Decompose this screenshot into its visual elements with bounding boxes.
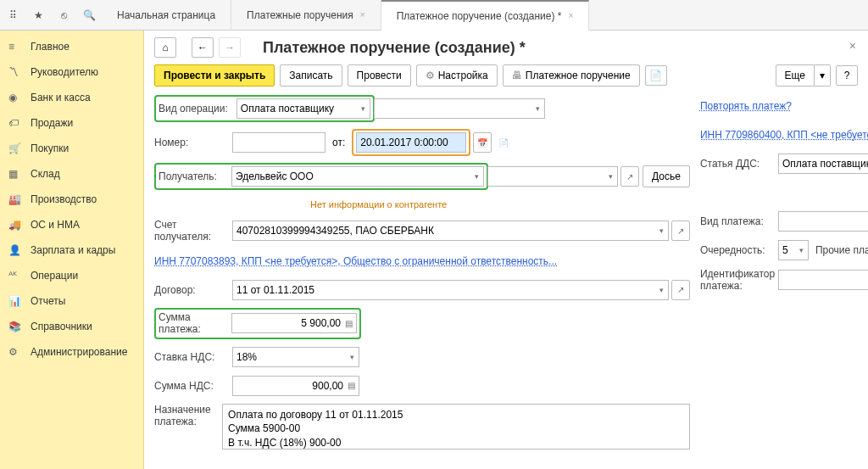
repeat-link[interactable]: Повторять платеж? [700, 100, 792, 112]
payid-label: Идентификатор платежа: [700, 268, 778, 293]
op-type-select[interactable]: Оплата поставщику [236, 98, 370, 119]
box-icon: ▦ [8, 168, 24, 180]
priority-input[interactable]: 5 [778, 240, 809, 260]
payid-input[interactable] [778, 270, 868, 290]
gear-icon: ⚙ [426, 70, 435, 81]
sidebar-item-manager[interactable]: 〽Руководителю [0, 59, 143, 85]
truck-icon: 🚚 [8, 219, 24, 231]
attach-button[interactable]: 📄 [645, 65, 667, 86]
star-icon[interactable]: ★ [25, 0, 51, 31]
date-label: от: [332, 137, 345, 148]
ops-icon: ᴬᴷ [8, 270, 24, 282]
menu-icon: ≡ [8, 41, 24, 53]
search-icon[interactable]: 🔍 [76, 0, 102, 31]
calendar-button[interactable]: 📅 [473, 132, 492, 153]
purpose-label: Назначение платежа: [154, 404, 222, 428]
recipient-label: Получатель: [159, 170, 228, 182]
chart-icon: 〽 [8, 66, 24, 78]
post-button[interactable]: Провести [348, 64, 411, 87]
sidebar-item-sales[interactable]: 🏷Продажи [0, 110, 143, 136]
sidebar-item-main[interactable]: ≡Главное [0, 34, 143, 59]
number-label: Номер: [154, 137, 232, 148]
priority-desc: Прочие платежи (в т.ч. налоги и вз... [815, 244, 868, 256]
dossier-button[interactable]: Досье [643, 165, 690, 187]
op-type-label: Вид операции: [159, 103, 233, 114]
user-icon: 👤 [8, 244, 24, 256]
help-button[interactable]: ? [836, 65, 858, 86]
tag-icon: 🏷 [8, 117, 24, 129]
tab-payments[interactable]: Платежные поручения× [231, 0, 381, 31]
sidebar-item-operations[interactable]: ᴬᴷОперации [0, 263, 143, 288]
more-dropdown[interactable]: ▾ [815, 64, 831, 87]
topbar: ⠿ ★ ⎋ 🔍 Начальная страница Платежные пор… [0, 0, 868, 31]
close-button[interactable]: × [849, 39, 856, 53]
back-button[interactable]: ← [192, 37, 214, 58]
toolbar: Провести и закрыть Записать Провести ⚙На… [154, 64, 858, 87]
close-icon[interactable]: × [360, 10, 365, 20]
vat-rate-label: Ставка НДС: [154, 351, 232, 363]
header: ⌂ ← → Платежное поручение (создание) * [154, 37, 858, 58]
sum-input[interactable]: 5 900,00▤ [231, 313, 357, 333]
number-input[interactable] [232, 132, 326, 153]
purpose-textarea[interactable]: Оплата по договору 11 от 01.11.2015 Сумм… [222, 404, 690, 449]
vat-rate-select[interactable]: 18% [232, 347, 359, 367]
contract-label: Договор: [154, 284, 232, 296]
main: ≡Главное 〽Руководителю ◉Банк и касса 🏷Пр… [0, 31, 868, 469]
forward-button[interactable]: → [219, 37, 241, 58]
open-contract-button[interactable]: ↗ [671, 280, 690, 300]
sidebar-item-production[interactable]: 🏭Производство [0, 187, 143, 212]
sidebar-item-os[interactable]: 🚚ОС и НМА [0, 212, 143, 237]
sidebar-item-reports[interactable]: 📊Отчеты [0, 288, 143, 314]
apps-icon[interactable]: ⠿ [0, 0, 25, 31]
sidebar-item-bank[interactable]: ◉Банк и касса [0, 85, 143, 110]
priority-label: Очередность: [700, 244, 778, 256]
more-button[interactable]: Еще [776, 64, 815, 87]
sidebar-item-catalogs[interactable]: 📚Справочники [0, 314, 143, 339]
contract-input[interactable]: 11 от 01.11.2015 [232, 280, 669, 300]
sidebar-item-salary[interactable]: 👤Зарплата и кадры [0, 237, 143, 263]
history-icon[interactable]: ⎋ [51, 0, 76, 31]
account-input[interactable]: 40702810399994349255, ПАО СБЕРБАНК [232, 221, 669, 241]
page-title: Платежное поручение (создание) * [263, 39, 526, 57]
print-button[interactable]: 🖶Платежное поручение [503, 64, 640, 87]
factory-icon: 🏭 [8, 193, 24, 205]
close-icon[interactable]: × [569, 11, 574, 20]
open-account-button[interactable]: ↗ [671, 221, 690, 241]
vat-sum-input[interactable]: 900,00▤ [232, 376, 359, 396]
form: Вид операции: Оплата поставщику Номер: о… [154, 95, 858, 456]
recipient-input[interactable]: Эдельвейс ООО [231, 166, 484, 187]
sidebar-item-purchases[interactable]: 🛒Покупки [0, 136, 143, 161]
sidebar: ≡Главное 〽Руководителю ◉Банк и касса 🏷Пр… [0, 31, 144, 469]
vat-sum-label: Сумма НДС: [154, 380, 232, 392]
post-close-button[interactable]: Провести и закрыть [154, 64, 275, 87]
print-icon: 🖶 [512, 70, 522, 81]
sidebar-item-admin[interactable]: ⚙Администрирование [0, 339, 143, 365]
company-inn-link[interactable]: ИНН 7709860400, КПП <не требуется>, ООО … [700, 129, 868, 141]
no-info-warning: Нет информации о контрагенте [310, 199, 447, 209]
content: × ⌂ ← → Платежное поручение (создание) *… [144, 31, 868, 469]
book-icon: 📚 [8, 321, 24, 332]
gear-icon: ⚙ [8, 346, 24, 358]
open-button[interactable]: ↗ [620, 166, 639, 187]
settings-button[interactable]: ⚙Настройка [416, 64, 498, 87]
op-type-extra[interactable] [374, 98, 545, 119]
report-icon: 📊 [8, 295, 24, 307]
sidebar-item-warehouse[interactable]: ▦Склад [0, 161, 143, 187]
recipient-inn-link[interactable]: ИНН 7707083893, КПП <не требуется>, Обще… [154, 255, 557, 267]
date-input[interactable]: 20.01.2017 0:00:00 [356, 132, 466, 153]
dds-label: Статья ДДС: [700, 158, 778, 170]
cart-icon: 🛒 [8, 142, 24, 154]
recipient-extra[interactable] [487, 166, 618, 187]
sum-label: Сумма платежа: [159, 311, 228, 336]
paytype-label: Вид платежа: [700, 215, 778, 227]
save-button[interactable]: Записать [280, 64, 342, 87]
paytype-select[interactable] [778, 211, 868, 232]
tab-home[interactable]: Начальная страница [102, 0, 231, 31]
account-label: Счет получателя: [154, 219, 232, 243]
doc-link-button[interactable]: 📄 [494, 132, 513, 153]
home-button[interactable]: ⌂ [154, 37, 176, 58]
dds-select[interactable]: Оплата поставщикам (подрядчикам) [778, 154, 868, 174]
bank-icon: ◉ [8, 92, 24, 103]
tab-payment-create[interactable]: Платежное поручение (создание) *× [381, 0, 590, 31]
